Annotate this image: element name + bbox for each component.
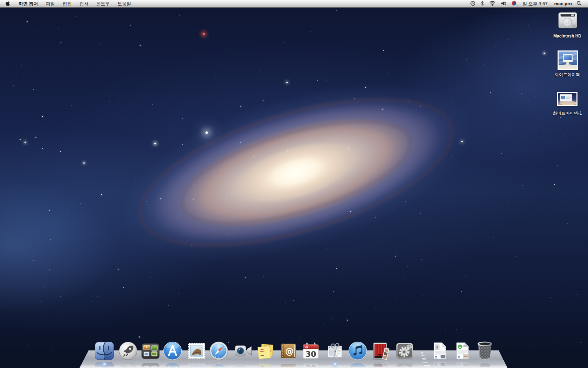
desktop-icon-white-imac-1[interactable] <box>557 92 578 106</box>
svg-text:30: 30 <box>306 350 316 359</box>
dock-safari-reflection <box>209 361 229 367</box>
dock-system-preferences[interactable] <box>395 341 414 361</box>
mission-control-icon <box>141 341 160 361</box>
dock-trash-reflection <box>476 361 493 367</box>
menu-item-4[interactable]: 윈도우 <box>92 0 114 8</box>
system-preferences-icon <box>395 341 414 361</box>
macintosh-hd-icon <box>557 9 579 31</box>
dock-document-1-reflection <box>430 361 449 366</box>
ical-icon: 6월30 <box>301 341 321 361</box>
dock-separator <box>423 362 428 363</box>
finder-icon <box>94 341 114 361</box>
dock-launchpad[interactable] <box>118 341 138 361</box>
dock-mail[interactable] <box>187 341 206 361</box>
dock-separator <box>421 355 425 356</box>
svg-text:@: @ <box>285 346 294 356</box>
dock-mission-control-reflection <box>141 361 160 367</box>
desktop-icon-label-white-imac-1[interactable]: 화이트아이맥-1 <box>536 110 588 116</box>
dock-separator <box>424 365 430 367</box>
bright-star <box>24 142 26 143</box>
time-machine-icon <box>470 0 476 7</box>
menu-status-wifi[interactable] <box>489 0 496 8</box>
menu-item-2[interactable]: 편집 <box>59 0 76 8</box>
spotlight-search-icon <box>576 1 582 7</box>
dock-itunes[interactable] <box>348 341 368 361</box>
dock-address-book[interactable]: @ <box>279 341 298 361</box>
apple-menu[interactable] <box>0 0 15 8</box>
menu-app-name[interactable]: 화면 캡처 <box>15 0 42 8</box>
menu-status-volume[interactable] <box>500 0 506 8</box>
input-source-badge: 2 <box>517 5 518 8</box>
dock-stickies-reflection: 555-7361 <box>255 361 275 367</box>
menu-spotlight[interactable] <box>576 0 582 8</box>
dock-ical[interactable]: 6월30 <box>301 341 321 361</box>
dock-itunes-reflection <box>348 361 368 367</box>
menu-status-time-machine[interactable] <box>470 0 476 8</box>
running-indicator-finder <box>103 363 106 366</box>
svg-text:6월: 6월 <box>304 346 308 348</box>
dock-mission-control[interactable] <box>141 341 160 361</box>
dock-grab[interactable] <box>325 341 345 361</box>
desktop: 화면 캡처파일편집캡처윈도우도움말 2일 오후 3:57mac pro Maci… <box>0 0 588 368</box>
dock-app-store-reflection <box>163 361 182 367</box>
volume-icon <box>500 1 506 7</box>
andromeda-galaxy <box>60 26 532 319</box>
dock-facetime-reflection <box>233 361 253 367</box>
grab-icon <box>325 341 345 361</box>
app-store-icon <box>163 341 182 361</box>
dock-ical-reflection: 6월30 <box>301 361 321 367</box>
photo-booth-icon <box>371 341 391 361</box>
menu-user-name[interactable]: mac pro <box>554 0 572 8</box>
menu-bar-left: 화면 캡처파일편집캡처윈도우도움말 <box>0 0 135 8</box>
input-source-korean-icon <box>511 0 517 7</box>
dock-document-2-reflection <box>453 361 471 366</box>
safari-icon <box>209 341 229 361</box>
document-1-icon <box>430 341 449 360</box>
dock-system-preferences-reflection <box>395 361 414 367</box>
trash-icon <box>476 340 493 361</box>
desktop-icon-label-macintosh-hd[interactable]: Macintosh HD <box>536 34 588 39</box>
facetime-icon <box>233 341 253 361</box>
menu-bar: 화면 캡처파일편집캡처윈도우도움말 2일 오후 3:57mac pro <box>0 0 588 8</box>
dock-finder[interactable] <box>94 341 114 361</box>
launchpad-icon <box>118 341 138 361</box>
svg-text:@: @ <box>285 366 294 367</box>
menu-item-1[interactable]: 파일 <box>42 0 59 8</box>
mail-icon <box>187 341 206 361</box>
dock-launchpad-reflection <box>118 361 138 367</box>
desktop-icon-macintosh-hd[interactable] <box>557 9 579 31</box>
dock-trash[interactable] <box>476 340 493 361</box>
dock-document-1-file[interactable] <box>430 341 449 360</box>
bright-star <box>203 33 205 35</box>
dock-photo-booth-reflection <box>371 361 391 367</box>
menu-status-bluetooth[interactable] <box>480 0 484 8</box>
menu-item-3[interactable]: 캡처 <box>76 0 92 8</box>
dock-document-2-file[interactable] <box>453 341 471 360</box>
white-imac-1-icon <box>557 92 578 106</box>
dock-photo-booth[interactable] <box>371 341 391 361</box>
dock-mail-reflection <box>187 361 206 367</box>
stickies-icon: 555-7361 <box>255 341 275 361</box>
itunes-icon <box>348 341 368 361</box>
dock-stickies[interactable]: 555-7361 <box>255 341 275 361</box>
menu-clock[interactable]: 일 오후 3:57 <box>523 0 548 8</box>
address-book-icon: @ <box>279 341 298 361</box>
desktop-icon-label-white-imac[interactable]: 화이트아이맥 <box>536 72 588 78</box>
dock-app-store[interactable] <box>163 341 182 361</box>
running-indicator-grab <box>334 363 337 366</box>
dock-separator <box>422 358 426 360</box>
bluetooth-icon <box>480 0 484 7</box>
document-2-icon <box>453 341 471 360</box>
apple-icon <box>5 0 10 7</box>
bright-star <box>544 53 545 54</box>
menu-item-5[interactable]: 도움말 <box>114 0 135 8</box>
menu-bar-status-area: 2일 오후 3:57mac pro <box>470 0 588 8</box>
dock-facetime[interactable] <box>233 341 253 361</box>
dock-safari[interactable] <box>209 341 229 361</box>
menu-status-input-source-korean[interactable]: 2 <box>511 0 517 8</box>
wifi-icon <box>489 1 496 7</box>
dock-address-book-reflection: @ <box>279 361 298 367</box>
svg-text:30: 30 <box>306 363 316 367</box>
dock-separator <box>421 352 423 354</box>
desktop-icon-white-imac[interactable] <box>558 50 578 70</box>
